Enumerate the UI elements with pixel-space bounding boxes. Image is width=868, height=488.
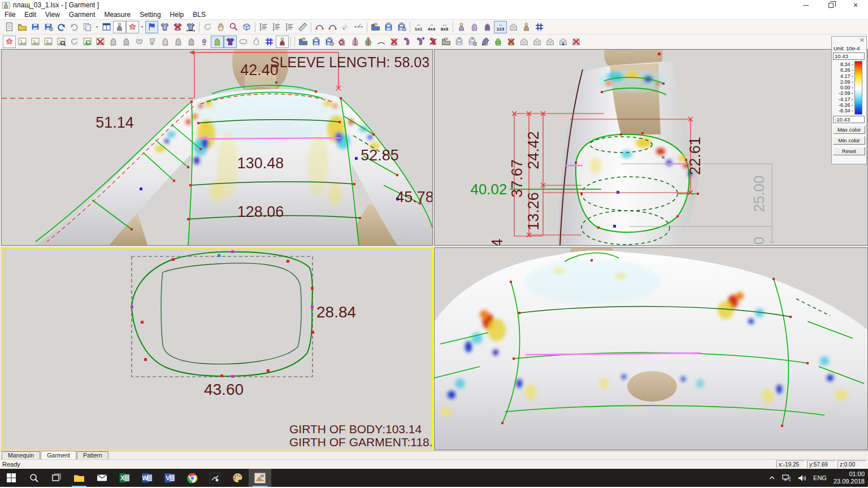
- gtp-save-as-icon[interactable]: gtp: [395, 21, 408, 33]
- frame-delete-icon[interactable]: [94, 36, 107, 48]
- grid-8x8-icon[interactable]: ↔8x8: [438, 21, 451, 33]
- gtp-open-icon[interactable]: gtp: [369, 21, 382, 33]
- save-as-icon[interactable]: [42, 21, 55, 33]
- garment-measure-icon[interactable]: [184, 21, 197, 33]
- menu-help[interactable]: Help: [170, 11, 189, 19]
- measure-list-icon[interactable]: [257, 21, 270, 33]
- mannequin-sections-icon[interactable]: [276, 36, 289, 48]
- grid-1x1-icon[interactable]: ↔1x1: [412, 21, 425, 33]
- simulate-icon[interactable]: [126, 21, 139, 33]
- arc-measure-icon[interactable]: [375, 36, 388, 48]
- show-garment-icon[interactable]: [158, 21, 171, 33]
- language-indicator[interactable]: ENG: [813, 474, 827, 481]
- show-garment-purple-icon[interactable]: [224, 36, 237, 48]
- curve-reduce-icon[interactable]: [326, 21, 339, 33]
- ctp-open-icon[interactable]: ctp: [440, 36, 453, 48]
- arm-measure-icon[interactable]: [401, 36, 414, 48]
- network-icon[interactable]: [782, 474, 791, 482]
- collar-down-icon[interactable]: [557, 36, 570, 48]
- mannequin-editor-icon[interactable]: [113, 21, 126, 33]
- measure-list-compare-icon[interactable]: [283, 21, 296, 33]
- gtp-save-icon[interactable]: gtp: [382, 21, 395, 33]
- min-value-input[interactable]: -10.43: [833, 116, 865, 123]
- open-file-icon[interactable]: [16, 21, 29, 33]
- stp-save-icon[interactable]: .stp: [310, 36, 323, 48]
- tray-chevron-icon[interactable]: [769, 474, 775, 481]
- menu-edit[interactable]: Edit: [24, 11, 41, 19]
- copy-format-icon[interactable]: [81, 21, 94, 33]
- curve-smooth-icon[interactable]: [313, 21, 326, 33]
- zoom-view-icon[interactable]: [227, 21, 240, 33]
- copy-format-dropdown[interactable]: [94, 21, 100, 33]
- measure-123-icon[interactable]: ↔123: [494, 21, 507, 33]
- measure-list-edit-icon[interactable]: [270, 21, 283, 33]
- viewport-section[interactable]: 28.84 43.60 GIRTH OF BODY:103.14 GIRTH O…: [1, 247, 433, 450]
- dress-form-outline-icon[interactable]: [507, 21, 520, 33]
- taskbar-word-icon[interactable]: W: [136, 469, 158, 487]
- taskbar-start-icon[interactable]: [0, 469, 23, 487]
- tab-manequin[interactable]: Manequin: [2, 451, 40, 459]
- taskbar-mail-icon[interactable]: [90, 469, 113, 487]
- taskbar-paint-app-icon[interactable]: [226, 469, 249, 487]
- undo-icon[interactable]: [55, 21, 68, 33]
- taskbar-task-view-icon[interactable]: [45, 469, 68, 487]
- section-grid-icon[interactable]: [263, 36, 276, 48]
- simulation-settings-icon[interactable]: [3, 36, 16, 48]
- body-side-3-icon[interactable]: [185, 36, 198, 48]
- menu-view[interactable]: View: [45, 11, 65, 19]
- min-color-button[interactable]: Min color: [833, 136, 865, 145]
- restore-button[interactable]: [818, 1, 843, 10]
- menu-garment[interactable]: Garment: [69, 11, 101, 19]
- section-delete-icon[interactable]: [388, 36, 401, 48]
- viewport-front[interactable]: 42.40 SLEEVE LENGTH: 58.03 51.14 130.48 …: [1, 49, 433, 246]
- x-distance-icon[interactable]: x: [339, 21, 352, 33]
- capture-move-icon[interactable]: [29, 36, 42, 48]
- section-height-icon[interactable]: [349, 36, 362, 48]
- menu-bls[interactable]: BLS: [193, 11, 211, 19]
- garment-section-curve[interactable]: [132, 252, 313, 376]
- window-layout-icon[interactable]: [100, 21, 113, 33]
- delete-garment-icon[interactable]: [171, 21, 184, 33]
- section-drop-icon[interactable]: [250, 36, 263, 48]
- taskbar-file-explorer-icon[interactable]: [68, 469, 90, 487]
- mannequin-skin-icon[interactable]: [520, 21, 533, 33]
- collar-tool-1-icon[interactable]: [518, 36, 531, 48]
- curve-girth-icon[interactable]: [492, 36, 505, 48]
- body-bottom-icon[interactable]: [146, 36, 159, 48]
- tab-garment[interactable]: Garment: [41, 451, 76, 459]
- ctp-save-icon[interactable]: ctp: [453, 36, 466, 48]
- minimize-button[interactable]: [793, 1, 818, 10]
- viewport-side[interactable]: 37.67 24.42 13.26 4 22.61 40.02 25.00 0: [434, 49, 868, 246]
- tab-pattern[interactable]: Pattern: [77, 451, 108, 459]
- volume-icon[interactable]: [798, 474, 806, 482]
- viewport-back[interactable]: [434, 247, 868, 450]
- menu-measure[interactable]: Measure: [105, 11, 136, 19]
- capture-frame-icon[interactable]: [16, 36, 29, 48]
- menu-file[interactable]: File: [5, 11, 20, 19]
- refresh-simulation-icon[interactable]: [68, 36, 81, 48]
- collar-tool-2-icon[interactable]: [531, 36, 544, 48]
- pan-view-icon[interactable]: [214, 21, 227, 33]
- taskbar-chrome-icon[interactable]: [181, 469, 203, 487]
- collar-delete-icon[interactable]: [570, 36, 583, 48]
- section-bounding-box[interactable]: [132, 256, 313, 377]
- frame-rotate-icon[interactable]: [81, 36, 94, 48]
- collar-tool-3-icon[interactable]: [544, 36, 557, 48]
- node-align-icon[interactable]: [352, 21, 365, 33]
- ctp-save-as-icon[interactable]: ctp: [466, 36, 479, 48]
- grid-4x4-icon[interactable]: ↔4x4: [425, 21, 438, 33]
- curve-draw-icon[interactable]: [479, 36, 492, 48]
- show-body-green-icon[interactable]: [211, 36, 224, 48]
- taskbar-search-icon[interactable]: [23, 469, 45, 487]
- save-file-icon[interactable]: [29, 21, 42, 33]
- new-file-icon[interactable]: [3, 21, 16, 33]
- body-front-icon[interactable]: [107, 36, 120, 48]
- mannequin-height-icon[interactable]: [455, 21, 468, 33]
- menu-setting[interactable]: Setting: [140, 11, 166, 19]
- body-side-2-icon[interactable]: [172, 36, 185, 48]
- capture-zoom-icon[interactable]: [55, 36, 68, 48]
- curve-delete-icon[interactable]: [505, 36, 518, 48]
- panel-close-icon[interactable]: ✕: [860, 37, 865, 45]
- stp-open-icon[interactable]: .stp: [297, 36, 310, 48]
- section-control-points[interactable]: [141, 258, 314, 377]
